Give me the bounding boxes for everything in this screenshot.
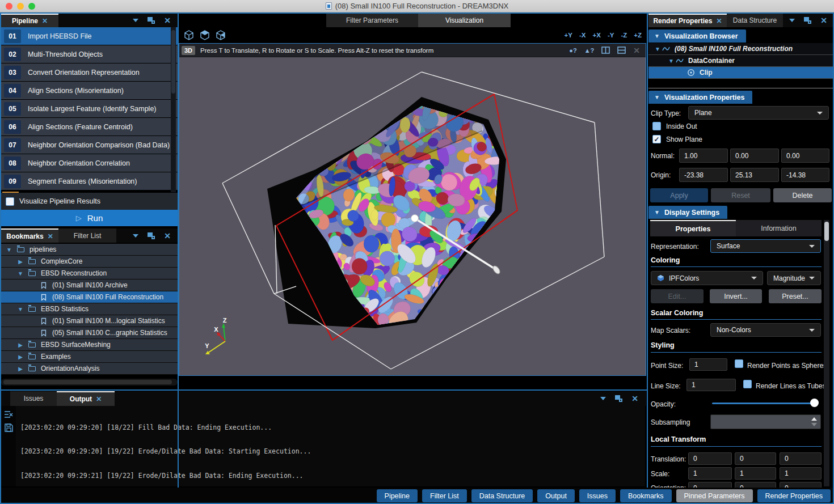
tree-item-selected[interactable]: (08) Small IN100 Full Reconstruction — [1, 291, 178, 303]
split-vertical-icon[interactable] — [601, 46, 610, 54]
tree-item[interactable]: ▼pipelines — [1, 244, 178, 256]
pipeline-item[interactable]: 04Align Sections (Misorientation) — [1, 82, 178, 100]
tree-item[interactable]: ▶Examples — [1, 351, 178, 363]
toggle-pipeline-button[interactable]: Pipeline — [377, 489, 418, 502]
opacity-slider[interactable] — [712, 403, 817, 404]
tab-display-information[interactable]: Information — [736, 220, 822, 236]
origin-z-input[interactable]: -14.38 — [781, 168, 829, 182]
origin-x-input[interactable]: -23.38 — [679, 168, 728, 182]
normal-y-input[interactable]: 0.00 — [730, 149, 779, 163]
translation-z-input[interactable]: 0 — [780, 452, 822, 465]
line-size-input[interactable]: 1 — [686, 379, 736, 391]
visualization-properties-header[interactable]: ▼ Visualization Properties — [648, 91, 752, 104]
panel-divider[interactable] — [178, 12, 179, 503]
inside-out-checkbox[interactable]: ✓ — [652, 122, 661, 130]
scrollbar-thumb[interactable] — [3, 380, 172, 384]
tree-item[interactable]: ▶ComplexCore — [1, 256, 178, 268]
camera-cube-face-icon[interactable] — [199, 29, 210, 41]
tab-output[interactable]: Output ✕ — [57, 391, 115, 406]
tab-display-properties[interactable]: Properties — [650, 220, 736, 236]
pipeline-item[interactable]: 02Multi-Threshold Objects — [1, 45, 178, 63]
close-panel-icon[interactable]: ✕ — [820, 16, 827, 24]
view-minus-x-button[interactable]: -X — [579, 32, 586, 39]
close-panel-icon[interactable]: ✕ — [631, 395, 638, 403]
scale-x-input[interactable]: 1 — [688, 467, 732, 480]
clear-console-icon[interactable] — [4, 410, 13, 418]
tab-data-structure[interactable]: Data Structure — [727, 14, 783, 27]
tab-filter-list[interactable]: Filter List — [58, 228, 116, 243]
toggle-pinned-parameters-button[interactable]: Pinned Parameters — [676, 489, 753, 502]
tab-pipeline[interactable]: Pipeline ✕ — [1, 14, 58, 27]
view-minus-y-button[interactable]: -Y — [608, 32, 614, 39]
browser-row-clip[interactable]: Clip — [648, 67, 833, 79]
chevron-right-icon[interactable]: ▶ — [16, 354, 25, 360]
subsampling-spinbox[interactable] — [710, 414, 821, 429]
render-lines-as-tubes-checkbox[interactable]: ✓ — [743, 380, 752, 388]
normal-z-input[interactable]: 0.00 — [781, 149, 829, 163]
split-horizontal-icon[interactable] — [617, 46, 626, 54]
run-button[interactable]: ▷ Run — [1, 210, 178, 226]
tree-item[interactable]: ▼EBSD Statistics — [1, 303, 178, 315]
camera-cube-icon[interactable] — [183, 29, 195, 41]
spin-up-icon[interactable] — [811, 417, 817, 421]
toggle-bookmarks-button[interactable]: Bookmarks — [620, 489, 672, 502]
close-tab-icon[interactable]: ✕ — [716, 17, 722, 25]
toggle-output-button[interactable]: Output — [537, 489, 575, 502]
console-log[interactable]: [2023:02:20 09:29:20] [18/22] Fill Bad D… — [16, 406, 645, 486]
show-plane-checkbox[interactable]: ✓ — [652, 135, 661, 143]
map-scalars-dropdown[interactable]: Non-Colors — [710, 323, 821, 337]
chevron-down-icon[interactable]: ▼ — [16, 306, 25, 312]
browser-row-pipeline[interactable]: ▼ (08) Small IN100 Full Reconstruction — [648, 43, 833, 55]
component-dropdown[interactable]: Magnitude — [767, 271, 821, 285]
undock-icon[interactable] — [148, 17, 155, 24]
render-points-as-spheres-checkbox[interactable]: ✓ — [735, 359, 743, 368]
translation-x-input[interactable]: 0 — [688, 452, 732, 465]
pipeline-scrollbar[interactable] — [171, 27, 176, 192]
pipeline-item[interactable]: 01Import H5EBSD File — [1, 27, 178, 45]
translation-y-input[interactable]: 0 — [735, 452, 776, 465]
chevron-down-icon[interactable]: ▼ — [16, 270, 25, 277]
reset-button[interactable]: Reset — [711, 188, 770, 202]
point-size-input[interactable]: 1 — [689, 358, 727, 371]
dock-menu-icon[interactable] — [600, 397, 606, 400]
close-tab-icon[interactable]: ✕ — [48, 232, 53, 240]
undock-icon[interactable] — [615, 395, 622, 402]
pipeline-item[interactable]: 05Isolate Largest Feature (Identify Samp… — [1, 100, 178, 118]
close-tab-icon[interactable]: ✕ — [96, 395, 102, 403]
clip-type-dropdown[interactable]: Plane — [688, 106, 829, 120]
tab-bookmarks[interactable]: Bookmarks ✕ — [1, 228, 58, 243]
visibility-eye-icon[interactable] — [687, 69, 695, 77]
close-window-button[interactable] — [6, 3, 12, 10]
close-tab-icon[interactable]: ✕ — [42, 17, 48, 25]
scale-z-input[interactable]: 1 — [780, 467, 822, 480]
tree-item[interactable]: ▶OrientationAnalysis — [1, 363, 178, 375]
undock-icon[interactable] — [148, 232, 155, 239]
tree-item[interactable]: (01) Small IN100 Archive — [1, 279, 178, 291]
cursor-help-icon[interactable]: ▲? — [584, 47, 595, 54]
view-plus-z-button[interactable]: +Z — [634, 32, 642, 39]
pipeline-item[interactable]: 07Neighbor Orientation Comparison (Bad D… — [1, 136, 178, 154]
chevron-right-icon[interactable]: ▶ — [16, 366, 25, 372]
origin-y-input[interactable]: 25.13 — [730, 168, 779, 182]
panel-divider[interactable] — [0, 389, 647, 391]
point-help-icon[interactable]: ●? — [569, 47, 576, 54]
apply-button[interactable]: Apply — [650, 188, 708, 202]
toggle-filter-list-button[interactable]: Filter List — [422, 489, 467, 502]
view-plus-x-button[interactable]: +X — [593, 32, 601, 39]
invert-colormap-button[interactable]: Invert... — [710, 289, 762, 303]
toggle-data-structure-button[interactable]: Data Structure — [471, 489, 533, 502]
color-array-dropdown[interactable]: IPFColors — [651, 271, 763, 285]
tab-filter-parameters[interactable]: Filter Parameters — [326, 14, 418, 27]
view-plus-y-button[interactable]: +Y — [565, 32, 572, 39]
browser-row-datacontainer[interactable]: ▼ DataContainer — [648, 55, 833, 67]
tree-item[interactable]: ▶EBSD SurfaceMeshing — [1, 339, 178, 351]
chevron-right-icon[interactable]: ▶ — [16, 259, 25, 265]
pipeline-item[interactable]: 09Segment Features (Misorientation) — [1, 172, 178, 190]
dock-menu-icon[interactable] — [133, 234, 138, 238]
camera-cube-corner-icon[interactable] — [215, 29, 226, 41]
tab-visualization[interactable]: Visualization — [418, 14, 511, 27]
visualize-results-checkbox[interactable]: ✓ — [6, 197, 14, 206]
3d-scene[interactable]: Z X Y — [179, 57, 646, 375]
normal-x-input[interactable]: 1.00 — [679, 149, 728, 163]
chevron-right-icon[interactable]: ▶ — [16, 342, 25, 348]
